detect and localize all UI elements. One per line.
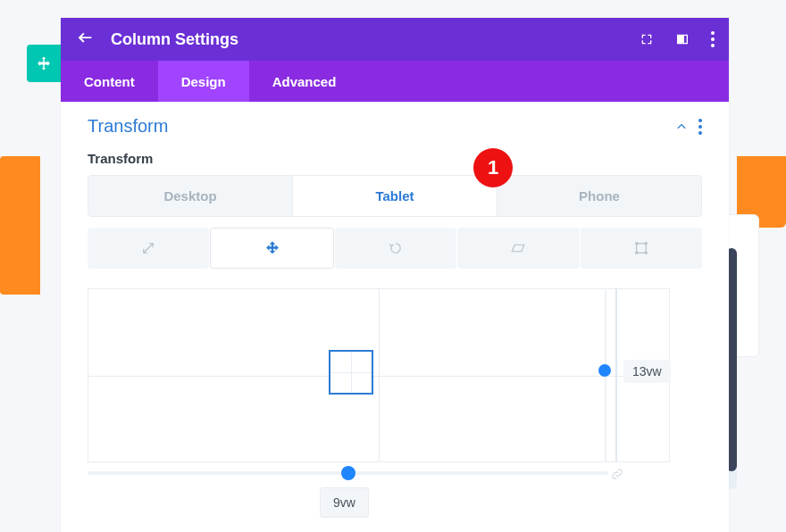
rotate-icon: [388, 240, 404, 256]
settings-panel: Column Settings Content Design Advanced …: [61, 18, 729, 532]
panel-content: Transform Transform Desktop Tablet Phone: [61, 102, 729, 532]
svg-rect-2: [637, 244, 647, 254]
module-drag-handle[interactable]: [27, 45, 61, 82]
move-icon: [36, 55, 52, 71]
tool-rotate[interactable]: [335, 228, 456, 269]
transform-workspace: 13vw 9vw: [88, 288, 702, 518]
fullscreen-icon[interactable]: [640, 32, 654, 46]
back-icon[interactable]: [75, 29, 95, 49]
grid-frame: [88, 288, 670, 462]
transform-grid[interactable]: 13vw 9vw: [88, 288, 670, 518]
vertical-slider-track[interactable]: [615, 288, 617, 462]
tab-design[interactable]: Design: [158, 61, 249, 102]
svg-line-0: [144, 244, 154, 254]
horizontal-slider-knob[interactable]: [341, 466, 355, 480]
origin-icon: [633, 240, 649, 256]
annotation-number: 1: [488, 156, 498, 179]
responsive-tabs: Desktop Tablet Phone: [88, 175, 702, 217]
tool-origin[interactable]: [581, 228, 702, 269]
tab-content[interactable]: Content: [61, 61, 158, 102]
option-label: Transform: [88, 151, 702, 166]
svg-marker-1: [513, 245, 525, 252]
panel-title: Column Settings: [111, 30, 640, 49]
panel-header: Column Settings: [61, 18, 729, 61]
horizontal-value[interactable]: 9vw: [320, 487, 369, 518]
bg-decor-left: [0, 156, 40, 295]
vertical-value[interactable]: 13vw: [623, 360, 671, 383]
device-tab-tablet[interactable]: Tablet: [293, 176, 498, 216]
section-kebab-icon[interactable]: [698, 119, 702, 135]
tab-advanced[interactable]: Advanced: [249, 61, 360, 102]
link-icon[interactable]: [610, 467, 624, 481]
device-tab-desktop[interactable]: Desktop: [88, 176, 293, 216]
skew-icon: [510, 240, 526, 256]
transform-object[interactable]: [329, 350, 373, 395]
section-title[interactable]: Transform: [88, 116, 168, 137]
tool-skew[interactable]: [457, 228, 579, 269]
scale-icon: [140, 240, 156, 256]
header-actions: [640, 31, 715, 47]
move-icon: [264, 240, 280, 256]
grid-center-horizontal: [88, 376, 669, 377]
annotation-callout: 1: [473, 148, 513, 187]
tool-scale[interactable]: [88, 228, 209, 269]
chevron-up-icon[interactable]: [675, 121, 688, 133]
device-tab-phone[interactable]: Phone: [498, 176, 701, 216]
main-tabs: Content Design Advanced: [61, 61, 729, 102]
kebab-menu-icon[interactable]: [711, 31, 715, 47]
horizontal-slider-track[interactable]: [88, 471, 608, 475]
vertical-slider-knob[interactable]: [598, 364, 611, 377]
sidebar-icon[interactable]: [675, 32, 690, 46]
section-actions: [675, 119, 702, 135]
section-header: Transform: [88, 116, 702, 137]
transform-tool-tabs: [88, 228, 702, 269]
tool-move[interactable]: [210, 228, 333, 269]
